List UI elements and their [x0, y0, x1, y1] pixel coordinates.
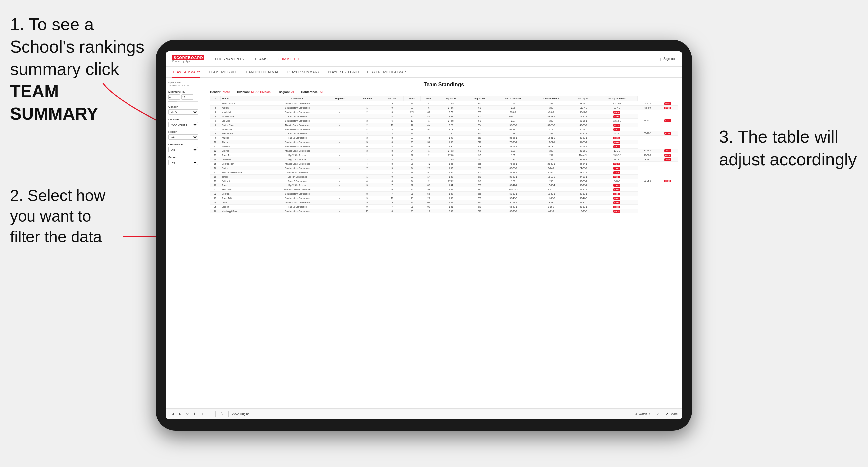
logo-powered: Powered by clippi: [172, 60, 204, 62]
watch-button[interactable]: 👁 Watch ▼: [634, 412, 651, 416]
table-cell: 27: [403, 200, 420, 205]
table-cell: 23-13-0: [532, 145, 570, 149]
school-select[interactable]: (All): [168, 160, 198, 165]
table-cell: 10: [381, 123, 403, 127]
table-cell: -5.0: [465, 119, 494, 123]
table-cell: 2.77: [437, 110, 465, 114]
table-cell: 44-24-1: [570, 162, 596, 166]
content-area: Update time: 27/03/2024 16:56:26 Minimum…: [165, 78, 682, 408]
table-cell: Atlantic Coast Conference: [268, 149, 327, 153]
nav-teams[interactable]: TEAMS: [254, 57, 268, 61]
tab-player-summary[interactable]: PLAYER SUMMARY: [287, 67, 319, 77]
table-cell: 260: [532, 179, 570, 183]
table-cell: 13-24-1: [532, 140, 570, 145]
toolbar-bookmark[interactable]: □: [199, 411, 204, 416]
table-cell: 1.41: [437, 187, 465, 192]
table-cell: 6: [353, 145, 381, 149]
col-vs-top25: Vs Top 25: [570, 96, 596, 101]
table-cell: Auburn: [220, 106, 268, 110]
table-cell: 209: [532, 157, 570, 162]
table-cell: -: [327, 157, 353, 162]
table-cell: 81.49: [658, 131, 678, 136]
table-cell: 66-42-1: [494, 205, 532, 209]
table-cell: 2.37: [494, 119, 532, 123]
nav-tournaments[interactable]: TOURNAMENTS: [214, 57, 244, 61]
table-cell: 39-20-1: [638, 131, 658, 136]
nav-committee[interactable]: COMMITTEE: [278, 57, 301, 61]
gender-select[interactable]: Men's: [168, 109, 198, 115]
table-cell: -6.0: [465, 106, 494, 110]
tab-team-h2h-heatmap[interactable]: TEAM H2H HEATMAP: [244, 67, 279, 77]
min-rank-from-input[interactable]: [168, 94, 180, 100]
table-cell: 267: [465, 170, 494, 175]
table-scroll-area[interactable]: # School Conference Reg Rank Conf Rank N…: [210, 96, 678, 213]
view-original-button[interactable]: View: Original: [232, 412, 250, 416]
table-cell: 8: [381, 149, 403, 153]
table-cell: 10: [381, 196, 403, 200]
region-select[interactable]: N/A: [168, 134, 198, 140]
table-cell: -: [327, 196, 353, 200]
table-cell: Virginia: [220, 149, 268, 153]
toolbar-resize[interactable]: ⤢: [656, 411, 661, 416]
rank-slider[interactable]: [168, 101, 198, 102]
table-cell: 82-23-1: [494, 175, 532, 179]
division-select[interactable]: NCAA Division I: [168, 122, 198, 127]
tab-player-h2h-heatmap[interactable]: PLAYER H2H HEATMAP: [367, 67, 406, 77]
table-cell: 8: [381, 127, 403, 131]
table-cell: 36-17-2: [570, 145, 596, 149]
table-cell: 8: [381, 131, 403, 136]
table-cell: 269: [465, 183, 494, 187]
table-row: 2AuburnSoutheastern Conference-19276273.…: [210, 106, 678, 110]
standings-table: # School Conference Reg Rank Conf Rank N…: [210, 96, 678, 213]
table-cell: 24: [403, 157, 420, 162]
table-cell: 10: [210, 140, 220, 145]
tab-team-summary[interactable]: TEAM SUMMARY: [172, 67, 200, 77]
table-cell: 72-30-1: [494, 140, 532, 145]
tab-team-h2h-grid[interactable]: TEAM H2H GRID: [209, 67, 236, 77]
table-cell: -: [327, 149, 353, 153]
filter-conference: Conference (All): [168, 143, 203, 152]
table-cell: 267: [532, 153, 570, 157]
table-cell: 87-21-2: [494, 170, 532, 175]
sign-out-button[interactable]: Sign out: [663, 57, 676, 61]
toolbar-share-icon[interactable]: ⬆: [192, 411, 197, 416]
table-cell: -: [327, 145, 353, 149]
table-cell: 9: [381, 153, 403, 157]
col-rnds: Rnds: [403, 96, 420, 101]
table-cell: Alabama: [220, 140, 268, 145]
toolbar-back[interactable]: ◀: [170, 411, 176, 416]
table-cell: 20: [210, 183, 220, 187]
table-cell: 268: [465, 145, 494, 149]
table-cell: 7: [353, 166, 381, 170]
tab-player-h2h-grid[interactable]: PLAYER H2H GRID: [328, 67, 359, 77]
table-cell: 8: [381, 179, 403, 183]
table-cell: 12-14-1: [596, 119, 638, 123]
table-cell: 21: [210, 187, 220, 192]
table-cell: 24: [403, 166, 420, 170]
table-cell: 2.88: [494, 106, 532, 110]
table-cell: 11-38-2: [532, 196, 570, 200]
table-cell: 62.98: [596, 200, 638, 205]
toolbar-refresh[interactable]: ↻: [185, 411, 190, 416]
col-vs-top50: Vs Top 50 Points: [596, 96, 638, 101]
toolbar-forward[interactable]: ▶: [178, 411, 183, 416]
table-cell: 6.2: [421, 110, 437, 114]
table-cell: 217: [465, 140, 494, 145]
table-cell: 2.20: [437, 123, 465, 127]
toolbar-more[interactable]: ⋯: [206, 411, 212, 416]
table-cell: Arkansas: [220, 145, 268, 149]
toolbar-sep2: [228, 411, 228, 417]
table-cell: 8: [381, 140, 403, 145]
table-cell: 83-15-0: [570, 149, 596, 153]
conference-select[interactable]: (All): [168, 147, 198, 152]
table-cell: Pac-12 Conference: [268, 179, 327, 183]
table-cell: 8: [381, 145, 403, 149]
table-cell: 24-25-2: [570, 166, 596, 170]
table-cell: 24: [403, 149, 420, 153]
table-row: 4Arizona StatePac-12 Conference-14264.02…: [210, 114, 678, 119]
table-cell: 1: [353, 106, 381, 110]
table-cell: 276.5: [437, 157, 465, 162]
min-rank-to-input[interactable]: [182, 94, 193, 100]
table-cell: Mountain West Conference: [268, 187, 327, 192]
share-button[interactable]: ↗ Share: [665, 412, 678, 416]
